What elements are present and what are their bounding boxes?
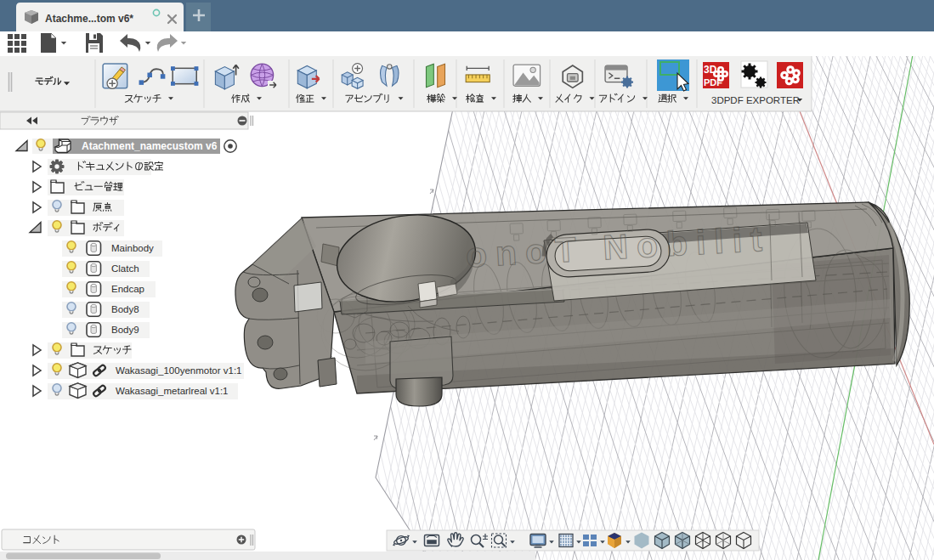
svg-text:Atachment_namecustom v6: Atachment_namecustom v6	[82, 140, 218, 152]
svg-text:Wakasagi_metarlreal v1:1: Wakasagi_metarlreal v1:1	[116, 386, 229, 396]
svg-text:Body9: Body9	[111, 325, 139, 335]
svg-text:Clatch: Clatch	[111, 263, 139, 274]
svg-text:Mainbody: Mainbody	[111, 243, 154, 253]
svg-text:Body8: Body8	[111, 304, 139, 314]
svg-text:Endcap: Endcap	[111, 284, 144, 294]
svg-text:Wakasagi_100yenmotor v1:1: Wakasagi_100yenmotor v1:1	[116, 365, 242, 376]
svg-text:3DPDF EXPORTER: 3DPDF EXPORTER	[711, 95, 800, 105]
svg-text:Atachme...tom v6*: Atachme...tom v6*	[45, 13, 133, 25]
